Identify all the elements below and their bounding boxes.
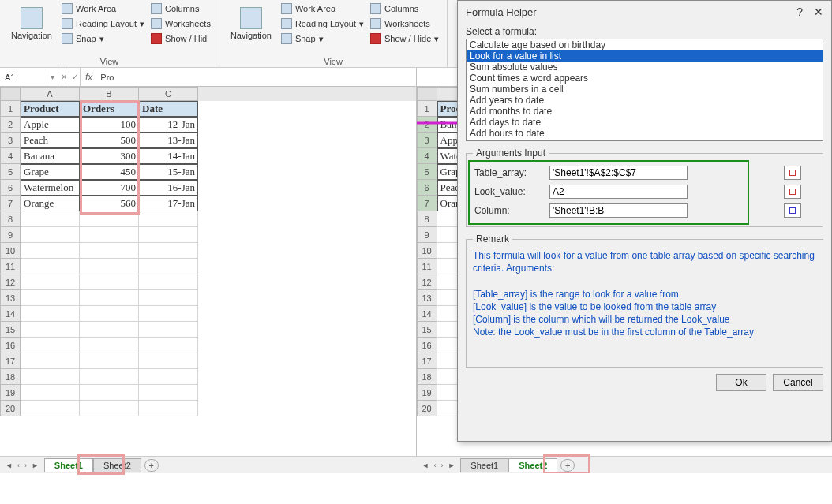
empty-cell[interactable] — [139, 274, 198, 290]
tab-sheet2-2[interactable]: Sheet2 — [508, 458, 557, 472]
cell[interactable]: 100 — [80, 117, 139, 133]
empty-cell[interactable] — [21, 227, 80, 243]
empty-cell[interactable] — [139, 338, 198, 353]
cell[interactable]: 560 — [80, 196, 139, 211]
row-header-12[interactable]: 12 — [417, 274, 437, 290]
empty-cell[interactable] — [139, 259, 198, 274]
empty-cell[interactable] — [21, 290, 80, 306]
add-sheet-button-2[interactable]: + — [560, 459, 575, 472]
cell[interactable]: 300 — [80, 148, 139, 164]
cell[interactable]: 450 — [80, 164, 139, 180]
column-ref-button[interactable] — [784, 203, 801, 218]
row-header-18[interactable]: 18 — [417, 369, 437, 385]
empty-cell[interactable] — [21, 369, 80, 385]
formula-item[interactable]: Sum numbers in a cell — [467, 84, 823, 95]
fx-icon[interactable]: fx — [81, 72, 97, 83]
work-area-button[interactable]: Work Area — [58, 2, 148, 16]
look-value-ref-button[interactable] — [784, 185, 801, 199]
empty-cell[interactable] — [139, 290, 198, 306]
row-header-19[interactable]: 19 — [0, 385, 21, 401]
look-value-input[interactable] — [549, 185, 688, 199]
empty-cell[interactable] — [139, 227, 198, 243]
row-header-11[interactable]: 11 — [0, 259, 21, 274]
empty-cell[interactable] — [21, 401, 80, 416]
row-header-14[interactable]: 14 — [417, 306, 437, 322]
columns-button-2[interactable]: Columns — [367, 2, 442, 16]
row-header-17[interactable]: 17 — [0, 353, 21, 369]
row-header-2[interactable]: 2 — [417, 117, 437, 133]
formula-item[interactable]: Add minutes to date — [467, 139, 823, 141]
empty-cell[interactable] — [21, 353, 80, 369]
row-header-8[interactable]: 8 — [0, 211, 21, 227]
help-icon[interactable]: ? — [796, 6, 803, 18]
header-cell[interactable]: Orders — [80, 101, 139, 117]
empty-cell[interactable] — [139, 306, 198, 322]
empty-cell[interactable] — [80, 227, 139, 243]
empty-cell[interactable] — [80, 401, 139, 416]
row-header-13[interactable]: 13 — [0, 290, 21, 306]
row-header-5[interactable]: 5 — [417, 164, 437, 180]
row-header-15[interactable]: 15 — [417, 322, 437, 338]
empty-cell[interactable] — [139, 243, 198, 259]
formula-item[interactable]: Look for a value in list — [467, 50, 823, 62]
cell[interactable]: 16-Jan — [139, 180, 198, 196]
cell[interactable]: 700 — [80, 180, 139, 196]
snap-button[interactable]: Snap ▾ — [58, 32, 148, 46]
formula-item[interactable]: Add years to date — [467, 95, 823, 106]
row-header-14[interactable]: 14 — [0, 306, 21, 322]
cell[interactable]: 14-Jan — [139, 148, 198, 164]
row-header-17[interactable]: 17 — [417, 353, 437, 369]
empty-cell[interactable] — [80, 243, 139, 259]
cell[interactable]: 500 — [80, 133, 139, 148]
empty-cell[interactable] — [80, 353, 139, 369]
cell[interactable]: Watermelon — [21, 180, 80, 196]
row-header-6[interactable]: 6 — [417, 180, 437, 196]
add-sheet-button[interactable]: + — [144, 459, 159, 472]
tab-first-icon[interactable]: ◄ — [3, 461, 15, 469]
close-icon[interactable]: ✕ — [814, 6, 823, 18]
cell[interactable]: Orange — [21, 196, 80, 211]
row-header-9[interactable]: 9 — [417, 227, 437, 243]
empty-cell[interactable] — [139, 211, 198, 227]
row-header-13[interactable]: 13 — [417, 290, 437, 306]
row-header-10[interactable]: 10 — [0, 243, 21, 259]
empty-cell[interactable] — [21, 211, 80, 227]
tab-sheet1[interactable]: Sheet1 — [44, 458, 93, 472]
row-header-12[interactable]: 12 — [0, 274, 21, 290]
cell[interactable]: Banana — [21, 148, 80, 164]
formula-item[interactable]: Calculate age based on birthday — [467, 39, 823, 50]
row-header-15[interactable]: 15 — [0, 322, 21, 338]
row-header-7[interactable]: 7 — [417, 196, 437, 211]
cell[interactable]: 13-Jan — [139, 133, 198, 148]
row-header-7[interactable]: 7 — [0, 196, 21, 211]
row-header-18[interactable]: 18 — [0, 369, 21, 385]
cell[interactable]: 12-Jan — [139, 117, 198, 133]
table-array-ref-button[interactable] — [784, 166, 801, 180]
row-header-19[interactable]: 19 — [417, 385, 437, 401]
empty-cell[interactable] — [139, 353, 198, 369]
row-header-3[interactable]: 3 — [417, 133, 437, 148]
empty-cell[interactable] — [80, 274, 139, 290]
tab-last-icon[interactable]: ► — [29, 461, 41, 469]
column-input[interactable] — [549, 203, 688, 218]
worksheets-button-2[interactable]: Worksheets — [367, 17, 442, 31]
col-header-A[interactable]: A — [21, 87, 80, 101]
empty-cell[interactable] — [21, 243, 80, 259]
row-header-16[interactable]: 16 — [417, 338, 437, 353]
formula-item[interactable]: Add months to date — [467, 106, 823, 117]
formula-item[interactable]: Add days to date — [467, 117, 823, 128]
row-header-8[interactable]: 8 — [417, 211, 437, 227]
empty-cell[interactable] — [21, 322, 80, 338]
empty-cell[interactable] — [139, 322, 198, 338]
row-header-2[interactable]: 2 — [0, 117, 21, 133]
empty-cell[interactable] — [80, 211, 139, 227]
row-header-11[interactable]: 11 — [417, 259, 437, 274]
navigation-button[interactable]: Navigation — [5, 4, 58, 43]
empty-cell[interactable] — [21, 385, 80, 401]
cell[interactable]: Grape — [21, 164, 80, 180]
row-header-20[interactable]: 20 — [417, 401, 437, 416]
empty-cell[interactable] — [80, 290, 139, 306]
empty-cell[interactable] — [80, 322, 139, 338]
col-header-B[interactable]: B — [80, 87, 139, 101]
name-box[interactable]: A1 — [0, 71, 47, 84]
